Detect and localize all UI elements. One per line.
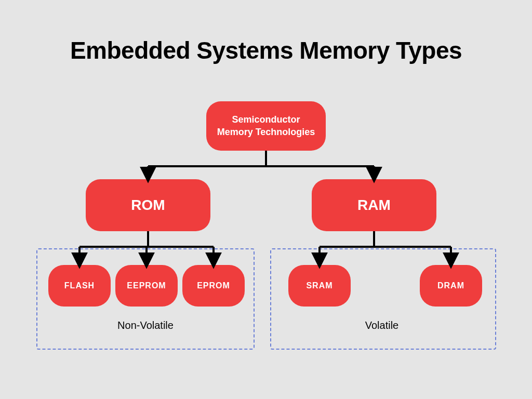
node-dram: DRAM	[420, 265, 482, 307]
node-sram-label: SRAM	[306, 281, 332, 290]
node-root: Semiconductor Memory Technologies	[206, 101, 326, 151]
node-eprom-label: EPROM	[197, 281, 230, 290]
node-rom-label: ROM	[131, 197, 165, 214]
node-eeprom-label: EEPROM	[127, 281, 166, 290]
node-sram: SRAM	[288, 265, 351, 307]
diagram-canvas: Embedded Systems Memory Types Semiconduc…	[0, 0, 532, 399]
node-root-label: Semiconductor Memory Technologies	[217, 114, 315, 138]
node-flash-label: FLASH	[64, 281, 95, 290]
node-eeprom: EEPROM	[115, 265, 178, 307]
node-rom: ROM	[86, 179, 210, 231]
group-nonvolatile-label: Non-Volatile	[101, 320, 190, 331]
node-dram-label: DRAM	[437, 281, 464, 290]
node-ram: RAM	[312, 179, 436, 231]
node-ram-label: RAM	[357, 197, 391, 214]
node-flash: FLASH	[48, 265, 111, 307]
diagram-title: Embedded Systems Memory Types	[0, 36, 532, 64]
node-eprom: EPROM	[182, 265, 245, 307]
group-volatile-label: Volatile	[343, 320, 421, 331]
